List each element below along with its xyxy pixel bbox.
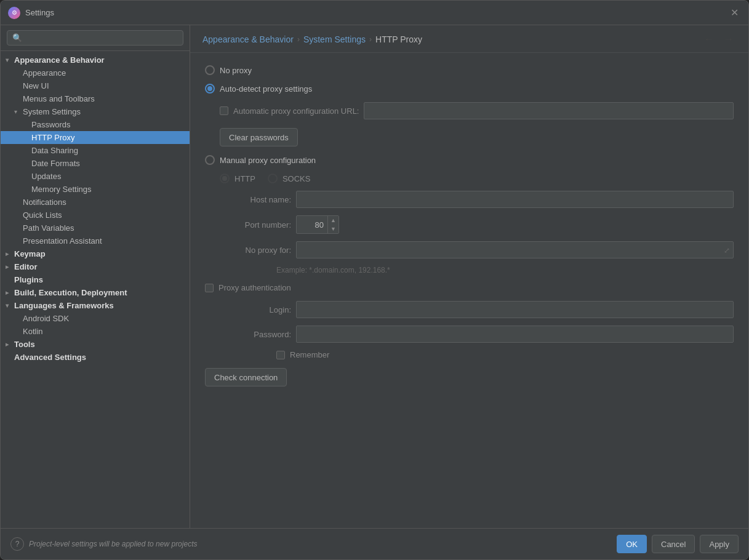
sidebar-item-tools[interactable]: ▸ Tools	[1, 338, 190, 351]
breadcrumb-system-settings[interactable]: System Settings	[303, 34, 366, 44]
auto-config-url-row: Automatic proxy configuration URL:	[220, 102, 734, 119]
no-proxy-label[interactable]: No proxy	[205, 65, 252, 75]
auto-detect-row: Auto-detect proxy settings	[205, 84, 734, 94]
sidebar-item-build-execution[interactable]: ▸ Build, Execution, Deployment	[1, 286, 190, 299]
sidebar-item-quick-lists[interactable]: Quick Lists	[1, 209, 190, 222]
sidebar-item-languages-frameworks[interactable]: ▾ Languages & Frameworks	[1, 299, 190, 312]
manual-proxy-radio[interactable]	[205, 155, 215, 165]
remember-text: Remember	[290, 350, 329, 359]
remember-label[interactable]: Remember	[276, 350, 329, 359]
auto-config-url-label: Automatic proxy configuration URL:	[233, 106, 359, 116]
password-input[interactable]	[296, 326, 734, 343]
sidebar-item-editor[interactable]: ▸ Editor	[1, 260, 190, 273]
login-input[interactable]	[296, 301, 734, 318]
expand-icon: ⤢	[724, 246, 730, 255]
expand-arrow-system-settings: ▾	[14, 108, 23, 115]
http-type-radio[interactable]	[220, 174, 230, 183]
clear-passwords-button[interactable]: Clear passwords	[220, 128, 298, 146]
host-name-input[interactable]	[296, 191, 734, 208]
search-wrap[interactable]: 🔍	[7, 30, 183, 46]
manual-proxy-label[interactable]: Manual proxy configuration	[205, 155, 316, 165]
sidebar-item-updates[interactable]: Updates	[1, 170, 190, 183]
port-up-button[interactable]: ▲	[328, 216, 338, 225]
sidebar: 🔍 ▾ Appearance & Behavior Appearance New…	[1, 25, 190, 528]
app-icon: ⚙	[8, 7, 20, 19]
settings-content: No proxy Auto-detect proxy settings Auto…	[190, 53, 748, 528]
auto-detect-radio[interactable]	[205, 84, 215, 94]
breadcrumb-back-button[interactable]: ←	[702, 33, 716, 46]
password-label: Password:	[205, 330, 291, 339]
clear-passwords-row: Clear passwords	[220, 128, 734, 146]
sidebar-item-keymap[interactable]: ▸ Keymap	[1, 247, 190, 260]
sidebar-item-memory-settings[interactable]: Memory Settings	[1, 183, 190, 196]
no-proxy-radio[interactable]	[205, 65, 215, 75]
search-bar: 🔍	[1, 25, 190, 51]
dialog-title: Settings	[25, 8, 728, 17]
socks-type-text: SOCKS	[282, 174, 311, 183]
sidebar-item-new-ui[interactable]: New UI	[1, 79, 190, 92]
cancel-button[interactable]: Cancel	[652, 535, 695, 553]
sidebar-item-menus-toolbars[interactable]: Menus and Toolbars	[1, 92, 190, 105]
sidebar-item-appearance[interactable]: Appearance	[1, 66, 190, 79]
auto-detect-label[interactable]: Auto-detect proxy settings	[205, 84, 312, 94]
remember-row: Remember	[276, 350, 734, 359]
port-number-input[interactable]: 80	[297, 216, 327, 233]
sidebar-item-advanced-settings[interactable]: Advanced Settings	[1, 351, 190, 364]
sidebar-item-date-formats[interactable]: Date Formats	[1, 157, 190, 170]
breadcrumb-appearance-behavior[interactable]: Appearance & Behavior	[202, 34, 294, 44]
manual-proxy-text: Manual proxy configuration	[220, 156, 316, 165]
auto-config-url-checkbox[interactable]	[220, 106, 228, 115]
auto-detect-text: Auto-detect proxy settings	[220, 84, 312, 94]
socks-type-radio[interactable]	[268, 174, 278, 183]
search-input[interactable]	[26, 33, 178, 42]
sidebar-item-kotlin[interactable]: Kotlin	[1, 325, 190, 338]
apply-button[interactable]: Apply	[700, 535, 739, 553]
sidebar-item-plugins[interactable]: Plugins	[1, 273, 190, 286]
sidebar-item-system-settings[interactable]: ▾ System Settings	[1, 105, 190, 118]
check-connection-button[interactable]: Check connection	[205, 368, 287, 386]
port-number-row: Port number: 80 ▲ ▼	[205, 215, 734, 234]
expand-arrow-keymap: ▸	[6, 250, 14, 257]
expand-arrow-tools: ▸	[6, 341, 14, 348]
sidebar-item-presentation-assistant[interactable]: Presentation Assistant	[1, 234, 190, 247]
ok-button[interactable]: OK	[617, 535, 647, 553]
search-icon: 🔍	[12, 33, 22, 42]
proxy-type-row: HTTP SOCKS	[220, 174, 734, 183]
proxy-auth-checkbox[interactable]	[205, 284, 214, 292]
proxy-auth-text: Proxy authentication	[218, 283, 291, 292]
no-proxy-text: No proxy	[220, 66, 252, 75]
proxy-auth-row: Proxy authentication	[205, 283, 734, 292]
main-content: 🔍 ▾ Appearance & Behavior Appearance New…	[1, 25, 748, 528]
check-connection-row: Check connection	[205, 368, 734, 386]
no-proxy-for-input[interactable]	[296, 241, 734, 258]
sidebar-item-passwords[interactable]: Passwords	[1, 118, 190, 131]
http-type-label[interactable]: HTTP	[220, 174, 255, 183]
no-proxy-for-label: No proxy for:	[205, 246, 291, 255]
sidebar-item-path-variables[interactable]: Path Variables	[1, 222, 190, 234]
no-proxy-for-row: No proxy for: ⤢	[205, 241, 734, 258]
breadcrumb: Appearance & Behavior › System Settings …	[190, 25, 748, 53]
port-number-label: Port number:	[205, 220, 291, 230]
sidebar-item-notifications[interactable]: Notifications	[1, 196, 190, 209]
sidebar-item-appearance-behavior[interactable]: ▾ Appearance & Behavior	[1, 54, 190, 66]
settings-dialog: ⚙ Settings ✕ 🔍 ▾ Appearance & Behavior	[0, 0, 749, 560]
breadcrumb-forward-button[interactable]: →	[721, 33, 736, 46]
remember-checkbox[interactable]	[276, 351, 285, 359]
socks-type-label[interactable]: SOCKS	[268, 174, 311, 183]
sidebar-item-http-proxy[interactable]: HTTP Proxy	[1, 131, 190, 144]
port-down-button[interactable]: ▼	[328, 225, 338, 233]
sidebar-item-data-sharing[interactable]: Data Sharing	[1, 144, 190, 157]
bottom-bar: ? Project-level settings will be applied…	[1, 528, 748, 559]
breadcrumb-sep-1: ›	[297, 35, 300, 44]
breadcrumb-sep-2: ›	[369, 35, 372, 44]
no-proxy-example: Example: *.domain.com, 192.168.*	[276, 266, 734, 274]
sidebar-tree: ▾ Appearance & Behavior Appearance New U…	[1, 51, 190, 528]
proxy-auth-label[interactable]: Proxy authentication	[205, 283, 291, 292]
sidebar-item-android-sdk[interactable]: Android SDK	[1, 312, 190, 325]
right-panel: Appearance & Behavior › System Settings …	[190, 25, 748, 528]
login-label: Login:	[205, 305, 291, 314]
no-proxy-for-wrap: ⤢	[296, 241, 734, 258]
auto-config-url-input[interactable]	[364, 102, 734, 119]
help-button[interactable]: ?	[10, 537, 24, 551]
close-button[interactable]: ✕	[728, 4, 741, 21]
